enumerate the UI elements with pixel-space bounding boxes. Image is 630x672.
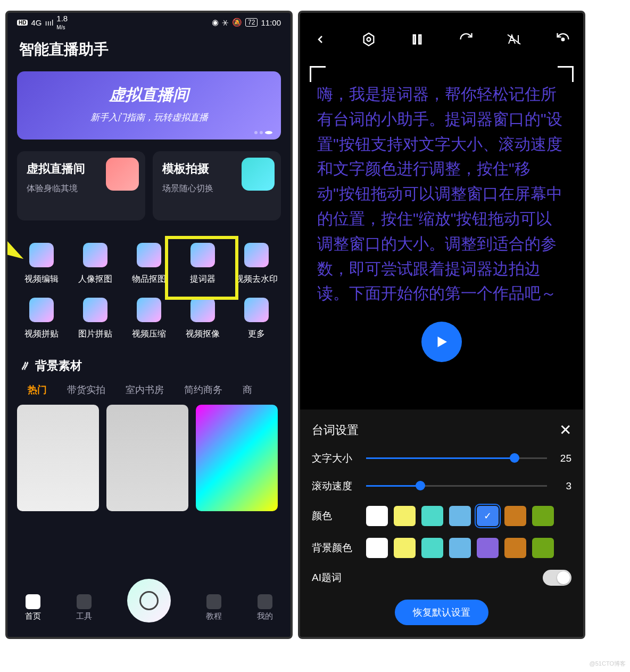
bottom-nav: 首页 工具 教程 我的 (7, 578, 291, 637)
font-size-label: 文字大小 (312, 452, 358, 465)
tool-video-cutout[interactable]: 视频抠像 (179, 298, 227, 340)
tab-study[interactable]: 室内书房 (126, 383, 164, 396)
compress-icon (137, 298, 161, 322)
color-swatch[interactable] (421, 538, 443, 558)
color-swatch[interactable] (394, 506, 416, 526)
color-swatch[interactable] (532, 538, 554, 558)
bg-color-swatches (366, 538, 571, 558)
watermark: @51CTO博客 (590, 660, 626, 668)
rotate-icon[interactable] (457, 30, 476, 49)
card-template-shoot[interactable]: 模板拍摄 场景随心切换 (153, 151, 281, 220)
eye-icon: ◉ (212, 18, 219, 27)
tool-video-collage[interactable]: 视频拼贴 (17, 298, 65, 340)
tool-watermark-remove[interactable]: 视频去水印 (233, 243, 281, 285)
scroll-speed-value: 3 (556, 480, 571, 492)
play-button[interactable] (421, 322, 462, 362)
battery-icon: 72 (245, 18, 258, 27)
clock: 11:00 (261, 18, 281, 27)
teleprompter-window[interactable]: 嗨，我是提词器，帮你轻松记住所有台词的小助手。提词器窗口的"设置"按钮支持对文字… (310, 66, 574, 306)
tool-object-cutout[interactable]: 物品抠图 (125, 243, 173, 285)
text-color-label: 颜色 (312, 509, 358, 523)
home-icon (26, 594, 40, 609)
bag-icon (137, 243, 161, 267)
pause-icon[interactable] (408, 30, 427, 49)
color-swatch[interactable] (449, 506, 471, 526)
tool-portrait-cutout[interactable]: 人像抠图 (71, 243, 119, 285)
play-icon (434, 334, 450, 350)
stripes-icon: ⫽ (19, 359, 31, 373)
svg-point-3 (367, 38, 371, 42)
robot-icon (106, 158, 139, 191)
color-swatch[interactable] (394, 538, 416, 558)
hd-badge: HD (17, 20, 28, 26)
tool-image-collage[interactable]: 图片拼贴 (71, 298, 119, 340)
material-thumb[interactable] (106, 405, 188, 511)
material-tabs: 热门 带货实拍 室内书房 简约商务 商 (7, 379, 291, 405)
phone-screen-left: HD 4G ıııl 1.8M/s ◉ ⚹ 🔕 72 11:00 智能直播助手 … (5, 11, 293, 639)
scroll-speed-slider[interactable] (366, 478, 547, 494)
color-swatch[interactable] (477, 538, 499, 558)
text-color-swatches: ✓ (366, 506, 571, 526)
font-size-slider[interactable] (366, 450, 547, 466)
tool-teleprompter[interactable]: 提词器 (179, 243, 227, 285)
nav-tools[interactable]: 工具 (76, 594, 92, 621)
crop-corner-icon (310, 66, 326, 82)
camera-icon (242, 158, 275, 191)
settings-hex-icon[interactable] (359, 30, 378, 49)
ai-prompt-label: AI题词 (312, 571, 358, 585)
svg-line-1 (5, 216, 18, 256)
puzzle-icon (83, 298, 107, 322)
sheet-title: 台词设置 (312, 422, 359, 438)
bluetooth-icon: ⚹ (222, 18, 229, 27)
settings-sheet: 台词设置 ✕ 文字大小 25 滚动速度 3 颜色 ✓ 背景颜色 AI题词 (300, 409, 583, 637)
plus-icon (29, 298, 54, 322)
note-icon (190, 243, 215, 267)
center-capture-button[interactable] (127, 579, 171, 622)
teleprompter-toolbar (300, 13, 583, 66)
color-swatch[interactable]: ✓ (477, 506, 499, 526)
tab-more[interactable]: 商 (243, 383, 252, 396)
svg-rect-4 (413, 35, 416, 44)
cutout-icon (190, 298, 215, 322)
svg-rect-5 (419, 35, 421, 44)
color-swatch[interactable] (504, 506, 526, 526)
shield-icon (244, 243, 269, 267)
section-header: ⫽ 背景素材 (7, 345, 291, 379)
material-thumb[interactable] (196, 405, 278, 511)
capture-icon (139, 591, 159, 610)
materials-row (7, 405, 291, 511)
color-swatch[interactable] (504, 538, 526, 558)
tool-video-compress[interactable]: 视频压缩 (125, 298, 173, 340)
color-swatch[interactable] (366, 506, 388, 526)
material-thumb[interactable] (17, 405, 99, 511)
banner-subtitle: 新手入门指南，玩转虚拟直播 (29, 111, 269, 124)
tools-icon (77, 594, 92, 609)
user-icon (258, 594, 272, 609)
ai-toggle[interactable] (543, 570, 571, 586)
grid-icon (244, 298, 269, 322)
nav-profile[interactable]: 我的 (257, 594, 273, 621)
close-icon[interactable]: ✕ (559, 421, 571, 439)
color-swatch[interactable] (366, 538, 388, 558)
svg-marker-9 (438, 337, 447, 347)
tab-business[interactable]: 简约商务 (184, 383, 222, 396)
tab-shopping[interactable]: 带货实拍 (67, 383, 105, 396)
back-icon[interactable] (311, 30, 330, 49)
color-swatch[interactable] (532, 506, 554, 526)
color-swatch[interactable] (449, 538, 471, 558)
ai-off-icon[interactable] (505, 30, 524, 49)
svg-point-8 (562, 38, 565, 41)
tool-more[interactable]: 更多 (233, 298, 281, 340)
page-title: 智能直播助手 (7, 32, 291, 67)
phone-screen-right: 嗨，我是提词器，帮你轻松记住所有台词的小助手。提词器窗口的"设置"按钮支持对文字… (298, 11, 585, 639)
nav-home[interactable]: 首页 (25, 594, 41, 621)
reset-icon[interactable] (553, 30, 573, 49)
tab-hot[interactable]: 热门 (28, 383, 47, 396)
color-swatch[interactable] (421, 506, 443, 526)
nav-tutorial[interactable]: 教程 (206, 594, 222, 621)
hero-banner[interactable]: 虚拟直播间 新手入门指南，玩转虚拟直播 (17, 71, 281, 140)
reset-defaults-button[interactable]: 恢复默认设置 (395, 600, 488, 625)
card-virtual-room[interactable]: 虚拟直播间 体验身临其境 (17, 151, 145, 220)
teleprompter-text: 嗨，我是提词器，帮你轻松记住所有台词的小助手。提词器窗口的"设置"按钮支持对文字… (310, 66, 574, 306)
bg-color-label: 背景颜色 (312, 541, 358, 555)
